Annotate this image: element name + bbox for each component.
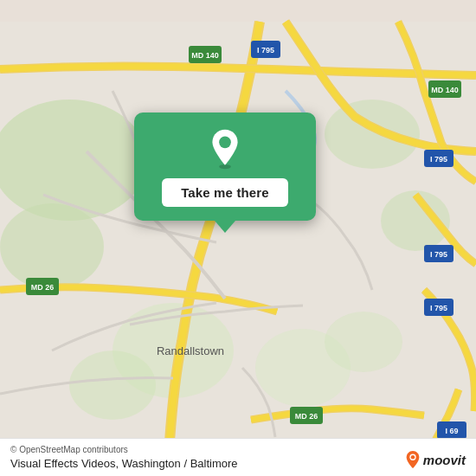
svg-text:MD 26: MD 26 <box>31 283 55 292</box>
footer-bar: © OpenStreetMap contributors Visual Effe… <box>0 438 476 476</box>
map-attribution: © OpenStreetMap contributors <box>10 445 466 454</box>
take-me-there-button[interactable]: Take me there <box>162 178 288 207</box>
moovit-brand-text: moovit <box>423 453 466 467</box>
svg-text:I 795: I 795 <box>430 304 447 312</box>
svg-point-2 <box>0 203 104 290</box>
map-background: MD 140 I 795 MD 140 I 795 I 795 I 795 MD… <box>0 0 476 476</box>
location-pin-icon <box>204 128 246 170</box>
popup-card: Take me there <box>134 113 316 221</box>
svg-text:MD 26: MD 26 <box>295 412 318 421</box>
svg-point-29 <box>219 136 231 148</box>
svg-point-3 <box>325 100 420 169</box>
svg-text:MD 140: MD 140 <box>431 86 459 94</box>
moovit-pin-icon <box>404 450 421 469</box>
svg-text:I 795: I 795 <box>257 46 274 55</box>
svg-text:MD 140: MD 140 <box>191 51 219 60</box>
svg-text:Randallstown: Randallstown <box>157 344 224 357</box>
moovit-logo: moovit <box>404 450 466 469</box>
svg-text:I 795: I 795 <box>430 155 447 164</box>
svg-point-31 <box>411 455 415 460</box>
svg-point-7 <box>69 351 156 420</box>
map-container: MD 140 I 795 MD 140 I 795 I 795 I 795 MD… <box>0 0 476 476</box>
svg-text:I 69: I 69 <box>445 427 458 435</box>
svg-text:I 795: I 795 <box>430 250 447 259</box>
location-title: Visual Effects Videos, Washington / Balt… <box>10 457 466 470</box>
svg-point-8 <box>325 312 402 372</box>
